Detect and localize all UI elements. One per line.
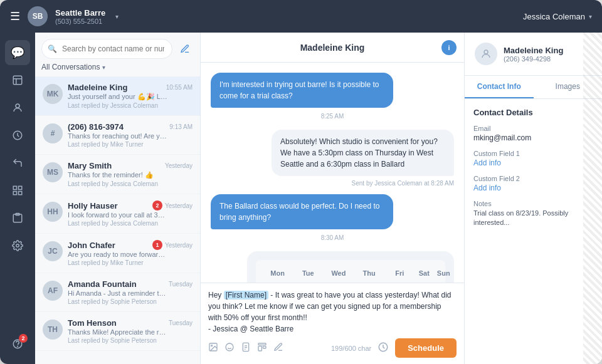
edit-icon[interactable] [273, 342, 283, 355]
contact-item[interactable]: HH Holly Hauser 2Yesterday I look forwar… [35, 194, 200, 234]
right-panel: Madeleine King (206) 349-4298 Contact In… [464, 33, 602, 364]
contact-item[interactable]: MK Madeleine King 10:55 AM Just yourself… [35, 76, 200, 116]
contact-card-name: Madeleine King [504, 46, 563, 55]
chat-contact-name: Madeleine King [300, 43, 365, 53]
contact-name-row: Amanda Fountain Tuesday [68, 279, 193, 289]
contact-replied: Last replied by Jessica Coleman [68, 180, 193, 187]
search-input[interactable] [41, 39, 172, 59]
msg-group-4: MonTueWedThuFriSatSun 5:30am5:30am5:30am… [247, 251, 454, 283]
compose-textarea[interactable]: Hey [First Name] - It was great to have … [208, 289, 457, 335]
contact-time: Tuesday [169, 320, 193, 326]
org-chevron-icon[interactable]: ▾ [115, 13, 119, 20]
custom-field-2-link[interactable]: Add info [473, 184, 593, 192]
contact-card: Madeleine King (206) 349-4298 [465, 33, 602, 76]
sidebar-item-person[interactable] [5, 95, 30, 120]
contact-item[interactable]: MS Mary Smith Yesterday Thanks for the r… [35, 155, 200, 194]
svg-rect-0 [13, 76, 22, 85]
contacts-panel: 🔍 All Conversations ▾ MK Madeleine King … [35, 33, 201, 364]
user-chevron-icon[interactable]: ▾ [589, 13, 592, 20]
filter-bar: All Conversations ▾ [35, 63, 200, 76]
contact-item[interactable]: JC John Chafer 1Yesterday Are you ready … [35, 234, 200, 273]
contact-item[interactable]: AF Amanda Fountain Tuesday Hi Amanda - J… [35, 273, 200, 312]
sidebar-item-clock[interactable] [5, 123, 30, 148]
custom-field-1-link[interactable]: Add info [473, 159, 593, 167]
contact-name-row: Madeleine King 10:55 AM [68, 83, 193, 92]
contact-avatar: MS [43, 162, 63, 182]
compose-button[interactable] [176, 40, 194, 58]
hamburger-icon[interactable]: ☰ [10, 9, 20, 23]
search-input-wrapper: 🔍 [41, 39, 172, 59]
schedule-table: MonTueWedThuFriSatSun 5:30am5:30am5:30am… [256, 260, 445, 283]
svg-point-3 [16, 104, 19, 108]
org-name: Seattle Barre [55, 8, 105, 18]
main-layout: 💬 2 [0, 33, 602, 364]
contact-details: Madeleine King 10:55 AM Just yourself an… [68, 83, 193, 109]
emoji-icon[interactable] [224, 342, 235, 355]
contact-preview: Thanks for the reminder! 👍 [68, 171, 168, 179]
svg-rect-24 [258, 346, 261, 350]
first-name-token: [First Name] [224, 291, 268, 299]
contact-avatar: HH [43, 202, 63, 222]
top-bar: ☰ SB Seattle Barre (503) 555-2501 ▾ Jess… [0, 0, 602, 33]
contact-name-row: Holly Hauser 2Yesterday [68, 200, 193, 211]
chat-area: Madeleine King i I'm interested in tryin… [201, 33, 464, 364]
contact-avatar: MK [43, 84, 63, 104]
svg-rect-8 [19, 192, 22, 195]
contact-preview: Hi Amanda - Just a reminder that you're … [68, 289, 168, 297]
contact-preview: Thanks Mike! Appreciate the reminder [68, 328, 168, 336]
contact-time: Tuesday [169, 281, 193, 288]
schedule-message-bubble: MonTueWedThuFriSatSun 5:30am5:30am5:30am… [247, 251, 454, 283]
svg-rect-5 [13, 186, 16, 189]
chat-info-button[interactable]: i [441, 40, 457, 55]
contacts-search-bar: 🔍 [35, 33, 200, 63]
sidebar-item-contacts-list[interactable] [5, 68, 30, 93]
msg-group-2: Absolutely! Which studio is convenient f… [211, 130, 454, 187]
msg-group-1: I'm interested in trying out barre! Is i… [211, 73, 454, 122]
sidebar-item-settings[interactable] [5, 233, 30, 258]
svg-point-13 [18, 346, 18, 346]
sidebar-item-chat[interactable]: 💬 [5, 40, 30, 65]
right-tabs: Contact Info Images [465, 76, 602, 99]
contact-avatar: TH [43, 320, 63, 340]
compose-area: Hey [First Name] - It was great to have … [201, 283, 464, 364]
msg-time-2: 8:30 AM [211, 234, 454, 241]
contact-card-info: Madeleine King (206) 349-4298 [504, 46, 563, 63]
contact-details: Tom Henson Tuesday Thanks Mike! Apprecia… [68, 318, 193, 344]
contact-item[interactable]: # (206) 816-3974 9:13 AM Thanks for reac… [35, 116, 200, 155]
contact-details: Mary Smith Yesterday Thanks for the remi… [68, 161, 193, 187]
sidebar-item-reply[interactable] [5, 150, 30, 175]
filter-chevron-icon[interactable]: ▾ [102, 64, 105, 71]
sidebar-item-clipboard[interactable] [5, 205, 30, 231]
sidebar-item-help[interactable]: 2 [5, 331, 30, 356]
contact-details: Holly Hauser 2Yesterday I look forward t… [68, 200, 193, 227]
contact-name-row: Tom Henson Tuesday [68, 318, 193, 328]
clock-schedule-icon[interactable] [378, 341, 389, 355]
custom-field-1: Custom Field 1 Add info [473, 150, 593, 167]
contact-details: Amanda Fountain Tuesday Hi Amanda - Just… [68, 279, 193, 305]
tab-images[interactable]: Images [534, 76, 603, 98]
image-icon[interactable] [208, 342, 218, 355]
msg-group-3: The Ballard class would be perfect. Do I… [211, 194, 454, 244]
sidebar-item-grid[interactable] [5, 178, 30, 203]
schedule-button[interactable]: Schedule [395, 338, 457, 358]
contact-time: Yesterday [165, 242, 193, 249]
notes-field: Notes Trial class on 8/23/19. Possibly i… [473, 200, 593, 228]
svg-rect-23 [258, 343, 266, 345]
contact-name: Mary Smith [68, 161, 112, 170]
message-bubble: Absolutely! Which studio is convenient f… [272, 130, 454, 176]
contact-preview: Are you ready to move forward with your.… [68, 251, 168, 258]
contact-replied: Last replied by Mike Turner [68, 141, 193, 148]
contact-name: Holly Hauser [68, 201, 117, 211]
contact-replied: Last replied by Sophie Peterson [68, 298, 193, 305]
contact-replied: Last replied by Sophie Peterson [68, 337, 193, 344]
compose-right: 199/600 char Schedule [331, 338, 457, 358]
tab-contact-info[interactable]: Contact Info [465, 76, 534, 98]
attachment-icon[interactable] [241, 342, 251, 355]
contact-item[interactable]: TH Tom Henson Tuesday Thanks Mike! Appre… [35, 312, 200, 351]
contact-details: (206) 816-3974 9:13 AM Thanks for reachi… [68, 122, 193, 148]
filter-label[interactable]: All Conversations [41, 63, 100, 71]
email-value: mking@mail.com [473, 133, 593, 142]
email-label: Email [473, 125, 593, 132]
template-icon[interactable] [257, 342, 267, 355]
current-user-label: Jessica Coleman [523, 12, 585, 21]
